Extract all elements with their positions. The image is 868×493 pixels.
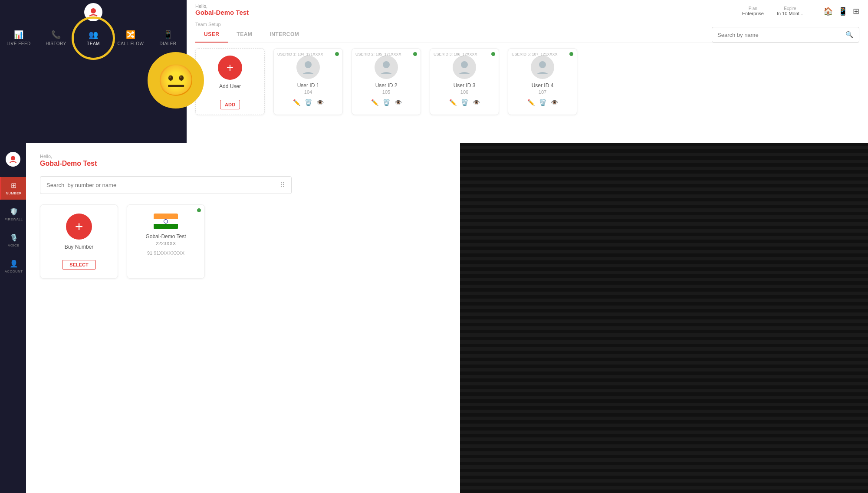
card-actions-1: ✏️ 🗑️ 👁️ (293, 99, 324, 106)
view-icon-3[interactable]: 👁️ (473, 99, 480, 106)
user-card-4: USERID 5: 107_121XXXX User ID 4 107 ✏️ 🗑… (508, 48, 577, 115)
tab-team[interactable]: TEAM (228, 27, 261, 43)
user-card-1: USERID 1: 104_121XXXX User ID 1 104 ✏️ 🗑… (273, 48, 343, 115)
user-name-3: User ID 3 (454, 82, 476, 89)
number-entry-number: 2223XXX (156, 241, 176, 246)
bottom-nav-firewall[interactable]: 🛡️ FIREWALL (0, 203, 26, 226)
top-nav-items: 📊 LIVE FEED 📞 HISTORY 👥 TEAM 🔀 CALL FLOW… (0, 24, 187, 52)
buy-number-card: + Buy Number SELECT (40, 204, 118, 279)
search-icon: 🔍 (845, 31, 854, 39)
top-right-content: Hello, Gobal-Demo Test Plan Enterprise E… (187, 0, 868, 143)
history-icon: 📞 (51, 30, 61, 39)
buy-number-button[interactable]: + (66, 214, 92, 240)
search-number-container: ⠿ (40, 176, 292, 194)
dialer-icon: 📱 (163, 30, 173, 39)
avatar-2 (375, 56, 398, 79)
sidebar-item-live-feed[interactable]: 📊 LIVE FEED (0, 26, 37, 50)
svg-point-3 (461, 61, 468, 68)
flag-india (154, 214, 178, 229)
number-online-dot (197, 208, 201, 212)
card-actions-3: ✏️ 🗑️ 👁️ (449, 99, 480, 106)
buy-number-label: Buy Number (65, 244, 94, 250)
firewall-icon: 🛡️ (10, 207, 18, 216)
emoji-face: 😐 (148, 52, 204, 108)
user-name-4: User ID 4 (532, 82, 554, 89)
user-card-2: USERID 2: 105_121XXXX User ID 2 105 ✏️ 🗑… (352, 48, 421, 115)
userid-label-4: USERID 5: 107_121XXXX (512, 52, 558, 56)
delete-icon-2[interactable]: 🗑️ (383, 99, 390, 106)
userid-label-2: USERID 2: 105_121XXXX (355, 52, 401, 56)
sidebar-item-history[interactable]: 📞 HISTORY (37, 26, 75, 50)
online-dot-2 (413, 52, 417, 56)
edit-icon-3[interactable]: ✏️ (449, 99, 457, 106)
bottom-nav-account[interactable]: 👤 ACCOUNT (0, 255, 26, 278)
sidebar-item-dialer[interactable]: 📱 DIALER (149, 26, 187, 50)
card-actions-2: ✏️ 🗑️ 👁️ (371, 99, 402, 106)
search-by-name-container: 🔍 (712, 27, 859, 43)
edit-icon-2[interactable]: ✏️ (371, 99, 378, 106)
user-ext-1: 104 (304, 89, 312, 95)
svg-point-5 (11, 156, 15, 160)
top-header: Hello, Gobal-Demo Test Plan Enterprise E… (195, 0, 859, 18)
bottom-main: Hello, Gobal-Demo Test ⠿ + Buy Number SE… (26, 143, 460, 493)
svg-point-0 (91, 8, 96, 13)
tab-user[interactable]: USER (195, 27, 228, 43)
user-name-1: User ID 1 (297, 82, 319, 89)
add-user-button[interactable]: + (218, 56, 242, 80)
svg-point-4 (539, 61, 546, 68)
search-by-name-input[interactable] (717, 32, 845, 38)
select-button[interactable]: SELECT (62, 260, 95, 270)
plan-item: Plan Enterprise (742, 6, 764, 16)
live-feed-icon: 📊 (14, 30, 23, 39)
online-dot-3 (491, 52, 495, 56)
bottom-logo (6, 152, 20, 167)
greeting-hello: Hello, (195, 3, 249, 9)
avatar-3 (453, 56, 476, 79)
tabs-row: USER TEAM INTERCOM 🔍 (195, 27, 859, 43)
search-number-input[interactable] (46, 182, 280, 188)
add-user-label: Add User (219, 83, 241, 89)
top-logo-area (0, 0, 187, 24)
bottom-nav-voice[interactable]: 🎙️ VOICE (0, 229, 26, 252)
sidebar-item-call-flow[interactable]: 🔀 CALL FLOW (112, 26, 149, 50)
grid-icon[interactable]: ⊞ (853, 7, 859, 16)
online-dot-1 (335, 52, 339, 56)
edit-icon-1[interactable]: ✏️ (293, 99, 300, 106)
number-icon: ⊞ (11, 181, 16, 190)
userid-label-1: USERID 1: 104_121XXXX (277, 52, 323, 56)
bottom-panel: ⊞ NUMBER 🛡️ FIREWALL 🎙️ VOICE 👤 ACCOUNT … (0, 143, 868, 493)
online-dot-4 (569, 52, 573, 56)
tablet-icon[interactable]: 📱 (838, 7, 848, 16)
home-icon[interactable]: 🏠 (823, 7, 833, 16)
account-icon: 👤 (10, 260, 18, 268)
bottom-nav-number[interactable]: ⊞ NUMBER (0, 177, 26, 200)
bottom-left-nav: ⊞ NUMBER 🛡️ FIREWALL 🎙️ VOICE 👤 ACCOUNT (0, 143, 26, 493)
team-icon: 👥 (89, 30, 98, 39)
bottom-right-bg (460, 143, 868, 493)
sidebar-item-team[interactable]: 👥 TEAM (75, 26, 112, 50)
plan-info: Plan Enterprise Expire In 10 Mont... 🏠 📱… (742, 6, 859, 16)
user-name-2: User ID 2 (375, 82, 398, 89)
numbers-grid: + Buy Number SELECT (40, 204, 446, 279)
edit-icon-4[interactable]: ✏️ (527, 99, 535, 106)
tab-intercom[interactable]: INTERCOM (261, 27, 308, 43)
svg-point-1 (305, 61, 312, 68)
header-greeting-block: Hello, Gobal-Demo Test (195, 3, 249, 16)
voice-icon: 🎙️ (10, 233, 18, 242)
keypad-icon[interactable]: ⠿ (280, 181, 285, 189)
avatar-4 (531, 56, 554, 79)
view-icon-2[interactable]: 👁️ (395, 99, 402, 106)
bottom-greeting: Hello, (40, 154, 446, 159)
card-actions-4: ✏️ 🗑️ 👁️ (527, 99, 558, 106)
user-ext-2: 105 (382, 89, 390, 95)
expire-item: Expire In 10 Mont... (777, 6, 803, 16)
avatar-1 (296, 56, 320, 79)
view-icon-1[interactable]: 👁️ (316, 99, 324, 106)
delete-icon-4[interactable]: 🗑️ (539, 99, 546, 106)
add-label-btn[interactable]: ADD (220, 100, 240, 109)
delete-icon-3[interactable]: 🗑️ (461, 99, 468, 106)
delete-icon-1[interactable]: 🗑️ (305, 99, 312, 106)
logo-icon (84, 3, 102, 21)
view-icon-4[interactable]: 👁️ (551, 99, 558, 106)
number-entry-card: Gobal-Demo Test 2223XXX 91 91XXXXXXXX (127, 204, 205, 279)
